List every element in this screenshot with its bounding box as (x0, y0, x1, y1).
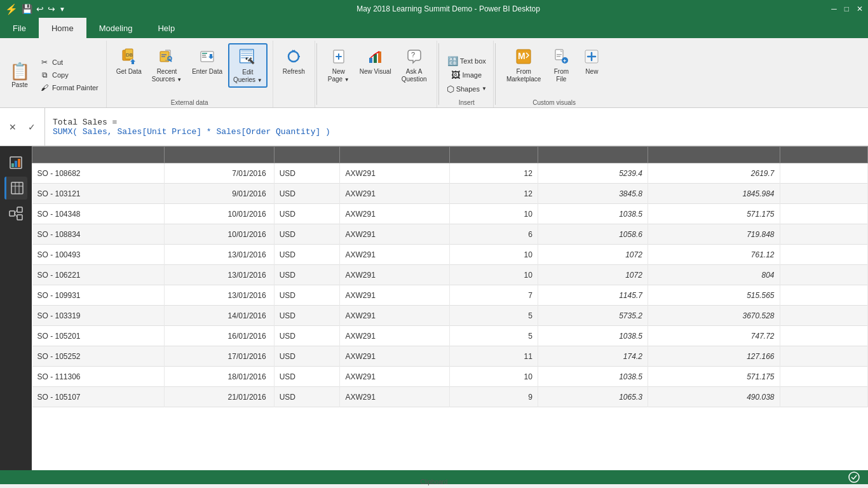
from-marketplace-icon: M (513, 46, 534, 67)
clipboard-label: Clipboard (0, 476, 868, 485)
edit-queries-icon (238, 47, 258, 67)
tab-modeling[interactable]: Modeling (86, 18, 146, 38)
paste-label: Paste (11, 81, 28, 88)
external-data-group: DB Get Data RecentSources ▼ (107, 41, 273, 107)
cell-currency: USD (274, 224, 340, 245)
cell-qty: 7 (450, 285, 538, 306)
get-data-button[interactable]: DB Get Data (112, 43, 146, 79)
maximize-icon[interactable]: □ (844, 4, 849, 13)
svg-rect-38 (10, 211, 15, 216)
col-date-header[interactable] (164, 147, 274, 163)
table-row: SO - 105252 17/01/2016 USD AXW291 11 174… (32, 346, 868, 367)
table-row: SO - 104348 10/01/2016 USD AXW291 10 103… (32, 204, 868, 224)
new-visual-icon (365, 46, 386, 67)
svg-rect-18 (369, 58, 372, 63)
cell-qty: 10 (450, 367, 538, 387)
undo-icon[interactable]: ↩ (36, 4, 44, 14)
new-custom-icon (581, 46, 602, 67)
table-row: SO - 111306 18/01/2016 USD AXW291 10 103… (32, 367, 868, 387)
formula-confirm-button[interactable]: ✓ (24, 119, 39, 135)
table-row: SO - 105107 21/01/2016 USD AXW291 9 1065… (32, 387, 868, 407)
tab-home[interactable]: Home (39, 18, 86, 38)
table-row: SO - 108834 10/01/2016 USD AXW291 6 1058… (32, 224, 868, 245)
cell-qty: 10 (450, 265, 538, 285)
ask-question-button[interactable]: ? Ask AQuestion (397, 43, 431, 86)
close-icon[interactable]: ✕ (857, 4, 863, 13)
svg-text:M: M (518, 51, 526, 61)
format-painter-icon: 🖌 (39, 83, 50, 92)
edit-queries-label: EditQueries ▼ (233, 69, 262, 84)
cell-code: AXW291 (340, 285, 450, 306)
col-qty-header[interactable] (450, 147, 538, 163)
paste-button[interactable]: 📋 Paste (5, 43, 34, 106)
cell-code: AXW291 (340, 245, 450, 265)
cell-qty: 5 (450, 306, 538, 326)
col-order-header[interactable] (32, 147, 165, 163)
svg-text:DB: DB (126, 52, 133, 58)
sidebar-model-icon[interactable] (4, 202, 27, 225)
from-marketplace-button[interactable]: M FromMarketplace (502, 43, 545, 86)
table-row: SO - 100493 13/01/2016 USD AXW291 10 107… (32, 245, 868, 265)
ask-question-label: Ask AQuestion (402, 68, 427, 83)
cell-price: 174.2 (538, 346, 648, 367)
cell-currency: USD (274, 306, 340, 326)
cell-qty: 10 (450, 204, 538, 224)
cell-qty: 11 (450, 346, 538, 367)
col-currency-header[interactable] (274, 147, 340, 163)
table-row: SO - 106221 13/01/2016 USD AXW291 10 107… (32, 265, 868, 285)
cell-code: AXW291 (340, 326, 450, 346)
cut-icon: ✂ (39, 58, 50, 67)
cell-date: 14/01/2016 (164, 306, 274, 326)
cell-currency: USD (274, 387, 340, 407)
cell-date: 10/01/2016 (164, 224, 274, 245)
cell-price: 1072 (538, 265, 648, 285)
cell-qty: 10 (450, 245, 538, 265)
format-painter-button[interactable]: 🖌 Format Painter (37, 82, 101, 93)
dropdown-icon[interactable]: ▼ (59, 6, 65, 13)
formula-content[interactable]: Total Sales = SUMX( Sales, Sales[Unit Pr… (45, 108, 868, 146)
recent-sources-button[interactable]: RecentSources ▼ (147, 43, 186, 86)
textbox-button[interactable]: 🔠 Text box (445, 55, 489, 67)
cut-button[interactable]: ✂ Cut (37, 57, 101, 68)
col-price-header[interactable] (538, 147, 648, 163)
custom-visuals-group: M FromMarketplace + FromFile (497, 41, 611, 107)
cell-date: 13/01/2016 (164, 245, 274, 265)
cell-total: 804 (648, 265, 780, 285)
shapes-button[interactable]: ⬡ Shapes ▼ (444, 83, 489, 95)
redo-icon[interactable]: ↪ (48, 4, 55, 14)
cell-order: SO - 108682 (32, 163, 165, 184)
formula-bar: ✕ ✓ Total Sales = SUMX( Sales, Sales[Uni… (0, 108, 868, 146)
edit-queries-button[interactable]: EditQueries ▼ (228, 43, 268, 88)
cell-extra (780, 285, 867, 306)
col-extra-header[interactable] (780, 147, 867, 163)
svg-rect-14 (241, 55, 252, 56)
table-header (32, 147, 868, 163)
svg-rect-25 (557, 54, 562, 55)
refresh-label: Refresh (283, 68, 305, 76)
formula-cancel-button[interactable]: ✕ (5, 119, 20, 135)
copy-button[interactable]: ⧉ Copy (37, 69, 101, 81)
cell-order: SO - 111306 (32, 367, 165, 387)
cell-price: 1038.5 (538, 204, 648, 224)
sidebar-table-icon[interactable] (4, 177, 27, 200)
from-file-button[interactable]: + FromFile (546, 43, 576, 86)
cell-currency: USD (274, 184, 340, 204)
tab-file[interactable]: File (0, 18, 39, 38)
cell-order: SO - 103319 (32, 306, 165, 326)
image-icon: 🖼 (451, 70, 460, 80)
new-visual-button[interactable]: New Visual (355, 43, 396, 79)
image-button[interactable]: 🖼 Image (449, 69, 484, 81)
save-icon[interactable]: 💾 (22, 4, 32, 14)
refresh-button[interactable]: Refresh (278, 43, 309, 79)
col-total-header[interactable] (648, 147, 780, 163)
enter-data-button[interactable]: Enter Data (187, 43, 227, 79)
tab-help[interactable]: Help (145, 18, 187, 38)
cell-currency: USD (274, 326, 340, 346)
new-page-button[interactable]: NewPage ▼ (323, 43, 354, 86)
new-custom-button[interactable]: New (577, 43, 606, 79)
col-code-header[interactable] (340, 147, 450, 163)
svg-rect-4 (161, 54, 166, 55)
minimize-icon[interactable]: ─ (831, 4, 837, 13)
sidebar-report-icon[interactable] (4, 151, 27, 174)
cell-date: 7/01/2016 (164, 163, 274, 184)
